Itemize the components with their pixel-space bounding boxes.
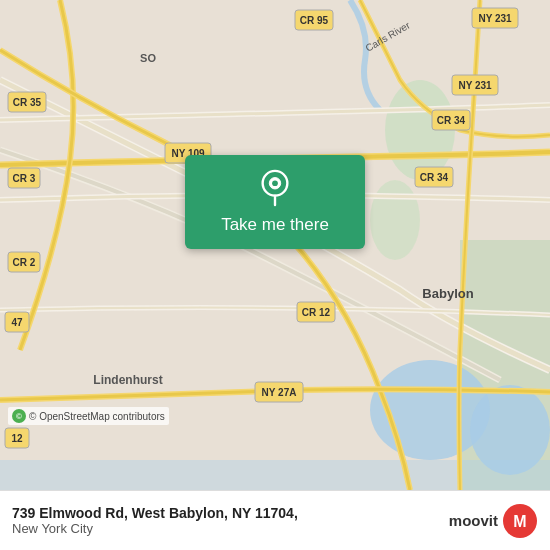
osm-logo: © xyxy=(12,409,26,423)
svg-text:CR 12: CR 12 xyxy=(302,307,331,318)
address-section: 739 Elmwood Rd, West Babylon, NY 11704, … xyxy=(12,505,298,536)
svg-text:NY 231: NY 231 xyxy=(478,13,512,24)
svg-text:M: M xyxy=(513,513,526,530)
bottom-bar: 739 Elmwood Rd, West Babylon, NY 11704, … xyxy=(0,490,550,550)
svg-text:12: 12 xyxy=(11,433,23,444)
take-me-there-label: Take me there xyxy=(221,215,329,235)
svg-point-39 xyxy=(272,180,278,186)
svg-text:CR 95: CR 95 xyxy=(300,15,329,26)
moovit-text: moovit xyxy=(449,512,498,529)
take-me-there-container: Take me there xyxy=(185,155,365,249)
svg-text:Babylon: Babylon xyxy=(422,286,473,301)
osm-text: © OpenStreetMap contributors xyxy=(29,411,165,422)
svg-text:CR 34: CR 34 xyxy=(420,172,449,183)
moovit-logo: moovit M xyxy=(449,503,538,539)
city-line: New York City xyxy=(12,521,298,536)
moovit-icon: M xyxy=(502,503,538,539)
svg-rect-6 xyxy=(0,460,550,490)
svg-text:CR 34: CR 34 xyxy=(437,115,466,126)
osm-attribution: © © OpenStreetMap contributors xyxy=(8,407,169,425)
svg-text:Lindenhurst: Lindenhurst xyxy=(93,373,162,387)
svg-text:NY 231: NY 231 xyxy=(458,80,492,91)
take-me-there-button[interactable]: Take me there xyxy=(185,155,365,249)
svg-text:CR 2: CR 2 xyxy=(13,257,36,268)
address-line: 739 Elmwood Rd, West Babylon, NY 11704, xyxy=(12,505,298,521)
location-pin-icon xyxy=(259,169,291,207)
svg-text:CR 35: CR 35 xyxy=(13,97,42,108)
svg-text:NY 27A: NY 27A xyxy=(262,387,297,398)
map-view: CR 95 NY 231 NY 231 SO CR 35 NY 109 CR 3… xyxy=(0,0,550,490)
svg-point-2 xyxy=(370,180,420,260)
svg-text:SO: SO xyxy=(140,52,156,64)
svg-text:47: 47 xyxy=(11,317,23,328)
svg-text:CR 3: CR 3 xyxy=(13,173,36,184)
